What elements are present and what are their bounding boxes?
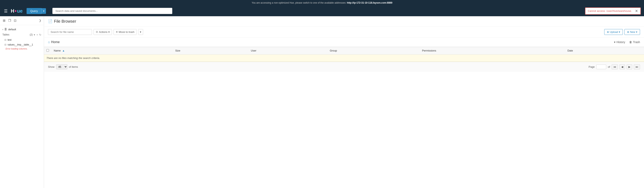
- select-all-col: [44, 47, 51, 54]
- next-page-button[interactable]: ▶: [626, 64, 632, 69]
- query-dropdown-button[interactable]: ▾: [41, 8, 46, 14]
- items-per-page-select[interactable]: 45 25 50 100: [56, 64, 67, 69]
- sidebar-docs-icon[interactable]: ❐: [8, 18, 12, 23]
- sidebar-item-test[interactable]: ⊟ test: [0, 38, 44, 42]
- user-col-header: User: [248, 47, 328, 54]
- upload-icon: ⊕: [607, 31, 609, 34]
- file-search-input[interactable]: [48, 29, 92, 35]
- history-label: History: [616, 41, 625, 44]
- search-bar-container: [52, 8, 172, 14]
- move-to-trash-label: Move to trash: [119, 31, 134, 34]
- fb-home-link[interactable]: ⌂ Home: [48, 40, 60, 44]
- chevron-left-icon: ‹: [2, 28, 3, 31]
- table-header: Name ▲ Size User Group Per: [44, 47, 644, 54]
- no-files-row: There are no files matching the search c…: [44, 54, 644, 61]
- file-browser-icon: 📄: [48, 19, 52, 24]
- notification-bar: You are accessing a non-optimized Hue, p…: [0, 0, 644, 6]
- sidebar-table-name-2: values__tmp__table__1: [8, 43, 33, 46]
- group-col-header: Group: [328, 47, 420, 54]
- home-icon: ⌂: [48, 40, 50, 44]
- prev-page-button[interactable]: ◀: [620, 64, 625, 69]
- table-icon: ⊟: [4, 39, 6, 41]
- new-button[interactable]: ⊕ New ▾: [624, 29, 640, 35]
- home-label: Home: [51, 40, 60, 44]
- sidebar-error-text: Error loading columns.: [0, 47, 44, 51]
- sidebar-db-name: default: [8, 28, 16, 31]
- page-number-input[interactable]: [596, 64, 606, 69]
- logo[interactable]: H•ue: [11, 8, 22, 14]
- first-page-button[interactable]: ⏮: [612, 64, 618, 69]
- page-label: Page: [589, 65, 595, 68]
- date-col-label: Date: [568, 49, 573, 52]
- name-col-label: Name: [54, 49, 61, 52]
- main-search-input[interactable]: [52, 8, 172, 14]
- sidebar-refresh-button[interactable]: ↻: [39, 33, 41, 36]
- sidebar-top: ⊞ ❐ ⊡ ❯: [0, 16, 44, 25]
- show-label: Show: [48, 65, 54, 68]
- more-options-button[interactable]: ▾: [138, 29, 143, 35]
- size-col-header: Size: [173, 47, 248, 54]
- of-label: of: [608, 65, 610, 68]
- sidebar-db-header[interactable]: ‹ 🗄 default: [0, 27, 44, 32]
- chevron-down-icon: ▾: [614, 41, 616, 44]
- sidebar-item-values-tmp[interactable]: ⊟ values__tmp__table__1: [0, 42, 44, 47]
- size-col-label: Size: [175, 49, 180, 52]
- sidebar-collapse-button[interactable]: ❯: [39, 19, 41, 22]
- sidebar-db-section: ‹ 🗄 default Tables (2) ▾ + ↻ ⊟ test: [0, 25, 44, 53]
- page-title: File Browser: [54, 19, 76, 24]
- upload-chevron-icon: ▾: [619, 31, 620, 34]
- file-browser: 📄 File Browser ⚙ Actions ▾ ✕ Move to tra…: [44, 16, 644, 188]
- query-btn-group: Query ▾: [26, 8, 46, 14]
- move-to-trash-button[interactable]: ✕ Move to trash: [114, 29, 137, 35]
- upload-label: Upload: [610, 31, 618, 34]
- trash-nav-button[interactable]: 🗑 Trash: [629, 41, 640, 44]
- db-icon: 🗄: [4, 28, 7, 31]
- history-button[interactable]: ▾ History: [614, 41, 625, 44]
- sidebar-filter-button[interactable]: ▾: [34, 33, 35, 36]
- trash-label: Trash: [633, 41, 640, 44]
- group-col-label: Group: [330, 49, 337, 52]
- notification-url: http://ip-172-31-10-118.fayson.com:8889: [347, 2, 392, 4]
- sidebar-add-table-button[interactable]: +: [36, 33, 38, 36]
- fb-right-buttons: ⊕ Upload ▾ ⊕ New ▾: [604, 29, 640, 35]
- permissions-col-label: Permissions: [422, 49, 436, 52]
- tables-count: (2): [30, 33, 33, 36]
- table-body: There are no files matching the search c…: [44, 54, 644, 61]
- hamburger-button[interactable]: ☰: [3, 8, 8, 14]
- name-col-header[interactable]: Name ▲: [51, 47, 173, 54]
- actions-chevron-icon: ▾: [108, 31, 110, 34]
- error-badge-text: Cannot access: /user/hive/warehouse.: [588, 10, 632, 13]
- trash-icon: 🗑: [629, 41, 632, 44]
- sidebar-section-actions: ▾ + ↻: [34, 33, 41, 36]
- fb-breadcrumb-bar: ⌂ Home ▾ History 🗑 Trash: [44, 38, 644, 47]
- logo-h: H: [11, 8, 14, 14]
- sidebar-tables-label: Tables (2) ▾ + ↻: [0, 32, 44, 38]
- sidebar-another-icon[interactable]: ⊡: [14, 18, 17, 23]
- tables-label-text: Tables: [2, 33, 10, 36]
- fb-toolbar: ⚙ Actions ▾ ✕ Move to trash ▾ ⊕ Upload ▾: [44, 27, 644, 38]
- sidebar-layers-icon[interactable]: ⊞: [2, 18, 6, 23]
- file-table: Name ▲ Size User Group Per: [44, 47, 644, 62]
- fb-breadcrumb-right: ▾ History 🗑 Trash: [614, 41, 640, 44]
- upload-button[interactable]: ⊕ Upload ▾: [604, 29, 623, 35]
- header: ☰ H•ue Query ▾ Cannot access: /user/hive…: [0, 6, 644, 16]
- times-icon: ✕: [116, 31, 118, 34]
- close-error-button[interactable]: ✕: [635, 9, 638, 13]
- select-all-checkbox[interactable]: [46, 49, 49, 52]
- new-label: New: [630, 31, 635, 34]
- actions-button[interactable]: ⚙ Actions ▾: [94, 29, 112, 35]
- query-button[interactable]: Query: [26, 8, 41, 14]
- content-area: 📄 File Browser ⚙ Actions ▾ ✕ Move to tra…: [44, 16, 644, 188]
- new-chevron-icon: ▾: [636, 31, 638, 34]
- last-page-button[interactable]: ⏭: [634, 64, 640, 69]
- user-col-label: User: [251, 49, 256, 52]
- date-col-header: Date: [565, 47, 644, 54]
- no-files-message: There are no files matching the search c…: [44, 54, 644, 61]
- table-header-row: Name ▲ Size User Group Per: [44, 47, 644, 54]
- notification-text: You are accessing a non-optimized Hue, p…: [252, 2, 346, 4]
- main-layout: ⊞ ❐ ⊡ ❯ ‹ 🗄 default Tables (2) ▾ + ↻: [0, 16, 644, 188]
- actions-label: Actions: [99, 31, 108, 34]
- sidebar: ⊞ ❐ ⊡ ❯ ‹ 🗄 default Tables (2) ▾ + ↻: [0, 16, 44, 188]
- sort-asc-icon: ▲: [62, 49, 65, 52]
- logo-ue: ue: [17, 8, 22, 14]
